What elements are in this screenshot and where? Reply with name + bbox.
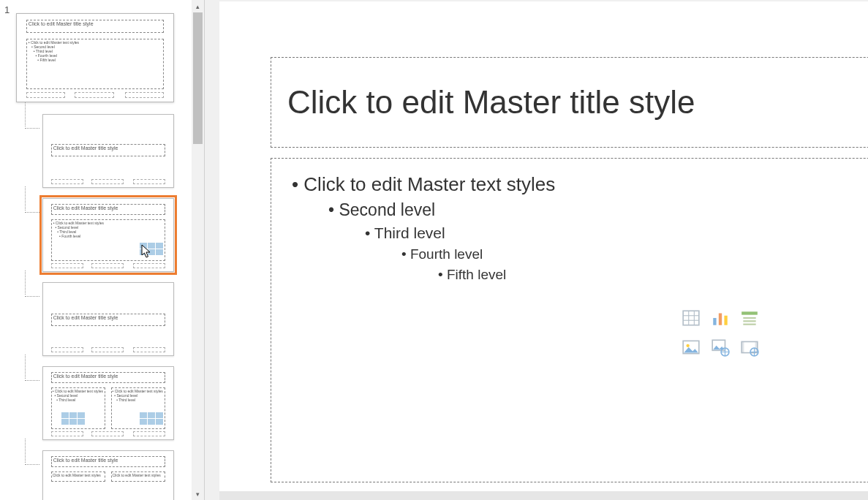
- footer-placeholder: [91, 347, 124, 352]
- insert-video-icon[interactable]: [736, 334, 763, 360]
- master-thumb-body-placeholder: • Click to edit Master text styles • Sec…: [26, 39, 164, 90]
- footer-placeholder: [51, 263, 84, 268]
- layout-row: Click to edit Master title style: [16, 282, 187, 356]
- layout-thumbnail-two-content[interactable]: Click to edit Master title style • Click…: [42, 366, 174, 440]
- footer-placeholder: [91, 179, 124, 184]
- thumbnail-viewport: 1 Click to edit Master title style • Cli…: [0, 0, 192, 500]
- text-level-1: Click to edit Master text styles: [292, 173, 868, 196]
- master-thumb-title-placeholder: Click to edit Master title style: [26, 20, 164, 33]
- thumb-left-heading: Click to edit Master text styles: [51, 471, 106, 482]
- insert-picture-icon[interactable]: [678, 334, 704, 360]
- svg-rect-10: [743, 320, 755, 322]
- svg-rect-17: [741, 341, 744, 352]
- svg-rect-6: [719, 314, 722, 325]
- insert-online-picture-icon[interactable]: [707, 334, 733, 360]
- scroll-up-arrow-icon[interactable]: ▴: [192, 0, 204, 12]
- master-index-number: 1: [4, 4, 10, 15]
- app-root: 1 Click to edit Master title style • Cli…: [0, 0, 868, 500]
- text-level-4: Fourth level: [401, 246, 868, 262]
- footer-placeholder: [133, 347, 166, 352]
- thumb-title-placeholder: Click to edit Master title style: [51, 314, 166, 327]
- footer-placeholder: [125, 92, 165, 98]
- tree-connector: [16, 110, 42, 146]
- layout-row: Click to edit Master title style Click t…: [16, 450, 187, 500]
- svg-rect-8: [741, 311, 758, 314]
- insert-table-icon[interactable]: [678, 305, 704, 331]
- footer-placeholder: [91, 431, 124, 436]
- svg-rect-5: [713, 318, 716, 325]
- layout-thumbnail-title-and-content[interactable]: Click to edit Master title style • Click…: [42, 198, 174, 272]
- thumb-content-icons: [140, 243, 163, 255]
- thumb-content-icons: [61, 412, 85, 425]
- text-level-5: Fifth level: [438, 267, 868, 283]
- scroll-down-arrow-icon[interactable]: ▾: [192, 488, 204, 500]
- footer-placeholder: [75, 92, 114, 98]
- tree-connector: [16, 278, 42, 314]
- tree-connector: [16, 194, 42, 230]
- footer-placeholder: [51, 431, 84, 436]
- footer-placeholder: [133, 179, 166, 184]
- footer-placeholder: [91, 263, 124, 268]
- layout-row: Click to edit Master title style • Click…: [16, 198, 187, 272]
- layout-row: Click to edit Master title style: [16, 114, 187, 188]
- scrollbar-track[interactable]: [192, 12, 204, 488]
- svg-point-13: [687, 344, 690, 347]
- tree-connector: [16, 446, 42, 482]
- svg-rect-9: [743, 317, 755, 319]
- svg-rect-7: [724, 316, 727, 325]
- footer-placeholder: [51, 179, 84, 184]
- thumbnail-tree: Click to edit Master title style • Click…: [16, 13, 187, 500]
- thumbnail-scrollbar[interactable]: ▴ ▾: [192, 0, 204, 500]
- insert-smartart-icon[interactable]: [736, 305, 763, 331]
- slide-editor-area: Click to edit Master title style Click t…: [205, 0, 868, 500]
- thumb-title-placeholder: Click to edit Master title style: [51, 372, 166, 383]
- layout-row: Click to edit Master title style • Click…: [16, 366, 187, 440]
- slide-canvas[interactable]: Click to edit Master title style Click t…: [219, 1, 868, 491]
- master-body-placeholder[interactable]: Click to edit Master text styles Second …: [271, 158, 868, 482]
- thumb-title-placeholder: Click to edit Master title style: [51, 204, 166, 215]
- layout-thumbnail-title-slide[interactable]: Click to edit Master title style: [42, 114, 174, 188]
- footer-placeholder: [51, 347, 84, 352]
- master-title-placeholder[interactable]: Click to edit Master title style: [271, 57, 868, 148]
- slide-master-thumbnail[interactable]: Click to edit Master title style • Click…: [16, 13, 174, 102]
- layout-thumbnail-comparison[interactable]: Click to edit Master title style Click t…: [42, 450, 174, 500]
- master-title-text: Click to edit Master title style: [287, 84, 695, 121]
- svg-rect-18: [755, 341, 758, 352]
- svg-rect-11: [743, 324, 755, 325]
- text-level-2: Second level: [328, 200, 868, 220]
- scrollbar-thumb[interactable]: [193, 12, 203, 144]
- tree-connector: [16, 362, 42, 398]
- slide-master-thumbnail-panel: 1 Click to edit Master title style • Cli…: [0, 0, 205, 500]
- footer-placeholder: [26, 92, 66, 98]
- thumb-title-placeholder: Click to edit Master title style: [51, 144, 166, 157]
- svg-rect-0: [683, 311, 699, 325]
- footer-placeholder: [133, 431, 166, 436]
- footer-placeholder: [133, 263, 166, 268]
- slide-canvas-wrapper: Click to edit Master title style Click t…: [219, 1, 868, 500]
- master-text-levels: Click to edit Master text styles Second …: [292, 173, 868, 283]
- insert-chart-icon[interactable]: [707, 305, 733, 331]
- content-placeholder-icon-grid: [678, 305, 763, 360]
- thumb-right-heading: Click to edit Master text styles: [111, 471, 166, 482]
- thumb-content-icons: [140, 412, 163, 425]
- text-level-3: Third level: [365, 224, 868, 242]
- layout-thumbnail-section-header[interactable]: Click to edit Master title style: [42, 282, 174, 356]
- thumb-title-placeholder: Click to edit Master title style: [51, 456, 166, 467]
